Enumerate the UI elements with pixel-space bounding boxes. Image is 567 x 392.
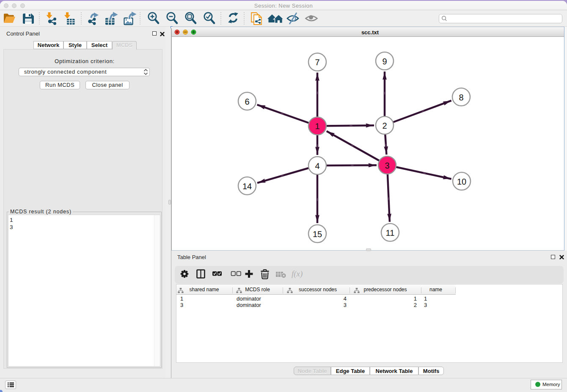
svg-text:9: 9 (382, 57, 387, 66)
svg-text:7: 7 (315, 58, 319, 67)
svg-text:4: 4 (315, 162, 319, 171)
svg-text:6: 6 (245, 97, 249, 107)
svg-text:2: 2 (382, 121, 387, 131)
svg-text:3: 3 (385, 161, 389, 171)
svg-text:11: 11 (386, 229, 395, 238)
svg-text:10: 10 (457, 177, 466, 187)
svg-text:1: 1 (315, 122, 319, 131)
svg-text:15: 15 (313, 230, 322, 239)
svg-text:14: 14 (242, 182, 252, 191)
svg-text:f(x): f(x) (292, 269, 303, 279)
svg-text:8: 8 (459, 93, 463, 102)
